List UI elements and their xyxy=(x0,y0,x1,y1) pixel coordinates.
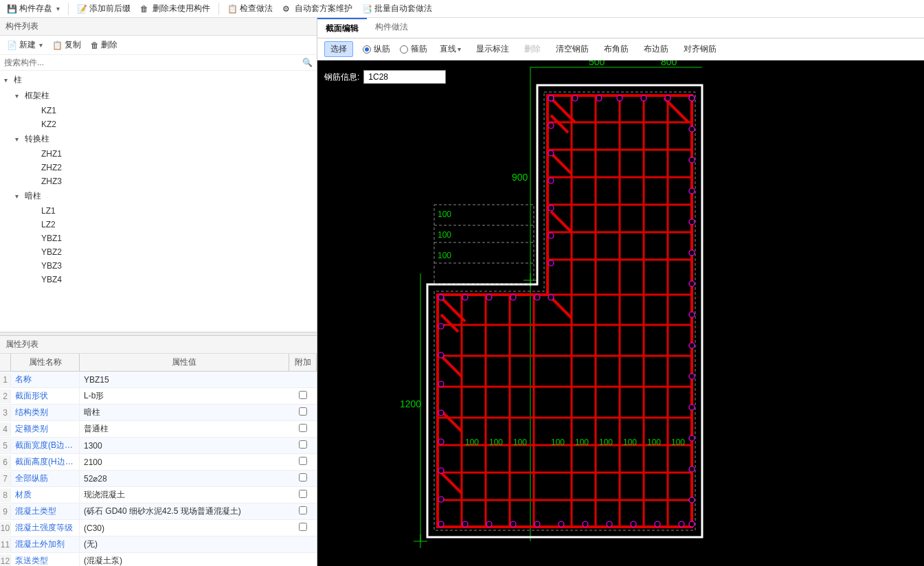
prop-row-4[interactable]: 4定额类别普通柱 xyxy=(0,421,317,438)
show-dim-button[interactable]: 显示标注 xyxy=(473,42,512,56)
prop-check[interactable] xyxy=(299,506,307,514)
svg-point-108 xyxy=(548,205,554,211)
svg-point-78 xyxy=(438,521,444,527)
prop-row-10[interactable]: 10混凝土强度等级(C30) xyxy=(0,520,317,536)
save-button[interactable]: 💾构件存盘▾ xyxy=(3,1,64,16)
search-input[interactable] xyxy=(0,55,317,70)
prop-check[interactable] xyxy=(299,424,307,432)
tree-node-柱[interactable]: ▾柱 xyxy=(0,72,317,88)
svg-point-84 xyxy=(583,521,588,527)
section-svg: 500 800 900 1200 xyxy=(317,60,924,566)
tree-node-YBZ1[interactable]: YBZ1 xyxy=(0,231,317,245)
edge-bar-button[interactable]: 布边筋 xyxy=(641,42,671,56)
svg-point-59 xyxy=(596,95,602,101)
prop-check[interactable] xyxy=(299,490,307,498)
prop-row-9[interactable]: 9混凝土类型(砾石 GD40 细砂水泥42.5 现场普通混凝土) xyxy=(0,503,317,520)
svg-point-76 xyxy=(689,466,695,472)
component-mini-toolbar: 📄新建▾ 📋复制 🗑删除 xyxy=(0,36,317,55)
auto-maint-button[interactable]: ⚙自动套方案维护 xyxy=(278,1,357,16)
prop-check[interactable] xyxy=(299,440,307,449)
left-panel: 构件列表 📄新建▾ 📋复制 🗑删除 🔍 ▾柱▾框架柱KZ1KZ2▾转换柱ZHZ1… xyxy=(0,18,317,566)
radio-vbar[interactable]: 纵筋 xyxy=(363,43,390,55)
svg-point-68 xyxy=(689,219,695,225)
svg-point-98 xyxy=(438,295,444,300)
svg-text:100: 100 xyxy=(623,438,637,447)
tree-node-暗柱[interactable]: ▾暗柱 xyxy=(0,188,317,204)
prop-check[interactable] xyxy=(299,473,307,482)
copy-icon: 📋 xyxy=(52,41,63,50)
tree-node-ZHZ3[interactable]: ZHZ3 xyxy=(0,174,317,188)
delete-rebar-button[interactable]: 删除 xyxy=(521,42,543,56)
property-header: 属性名称 属性值 附加 xyxy=(0,354,317,372)
svg-point-92 xyxy=(438,352,444,358)
prop-row-2[interactable]: 2截面形状L-b形 xyxy=(0,388,317,405)
svg-point-67 xyxy=(689,188,695,194)
tree-node-YBZ3[interactable]: YBZ3 xyxy=(0,259,317,273)
top-toolbar: 💾构件存盘▾ 📝添加前后缀 🗑删除未使用构件 📋检查做法 ⚙自动套方案维护 📑批… xyxy=(0,0,924,18)
svg-point-80 xyxy=(486,521,492,527)
tree-node-转换柱[interactable]: ▾转换柱 xyxy=(0,131,317,147)
radio-hbar[interactable]: 箍筋 xyxy=(400,43,427,55)
prop-row-12[interactable]: 12泵送类型(混凝土泵) xyxy=(0,553,317,566)
save-icon: 💾 xyxy=(7,4,16,14)
svg-point-77 xyxy=(689,497,695,503)
tree-node-KZ2[interactable]: KZ2 xyxy=(0,117,317,131)
prop-check[interactable] xyxy=(299,457,307,465)
editor-tabs: 截面编辑 构件做法 xyxy=(317,18,924,38)
svg-point-106 xyxy=(548,150,554,156)
svg-point-64 xyxy=(689,95,695,101)
batch-auto-button[interactable]: 📑批量自动套做法 xyxy=(358,1,436,16)
rebar-info-input[interactable] xyxy=(363,70,446,84)
line-tool[interactable]: 直线▾ xyxy=(437,42,464,56)
tree-node-ZHZ2[interactable]: ZHZ2 xyxy=(0,161,317,174)
del-unused-button[interactable]: 🗑删除未使用构件 xyxy=(136,1,214,16)
svg-point-62 xyxy=(665,95,671,101)
prop-row-8[interactable]: 8材质现浇混凝土 xyxy=(0,487,317,503)
prop-check[interactable] xyxy=(299,391,307,399)
tree-node-框架柱[interactable]: ▾框架柱 xyxy=(0,88,317,104)
check-button[interactable]: 📋检查做法 xyxy=(223,1,277,16)
svg-point-70 xyxy=(689,281,695,286)
property-title: 属性列表 xyxy=(0,336,317,354)
tab-method[interactable]: 构件做法 xyxy=(367,18,416,38)
prop-check[interactable] xyxy=(299,523,307,531)
tree-node-LZ2[interactable]: LZ2 xyxy=(0,218,317,231)
select-tool[interactable]: 选择 xyxy=(324,41,353,57)
tree-node-YBZ2[interactable]: YBZ2 xyxy=(0,245,317,259)
delete-button[interactable]: 🗑删除 xyxy=(88,38,120,52)
svg-point-65 xyxy=(689,126,695,132)
prop-row-1[interactable]: 1名称YBZ15 xyxy=(0,372,317,388)
component-list-title: 构件列表 xyxy=(0,18,317,36)
tree-node-YBZ4[interactable]: YBZ4 xyxy=(0,273,317,286)
svg-text:100: 100 xyxy=(647,438,661,447)
tab-section[interactable]: 截面编辑 xyxy=(317,18,367,38)
svg-point-93 xyxy=(438,381,444,387)
clear-rebar-button[interactable]: 清空钢筋 xyxy=(553,42,591,56)
svg-text:100: 100 xyxy=(575,438,589,447)
prop-row-3[interactable]: 3结构类别暗柱 xyxy=(0,405,317,421)
canvas-area[interactable]: 钢筋信息: 500 800 900 1200 xyxy=(317,60,924,566)
svg-point-88 xyxy=(679,521,684,527)
svg-text:100: 100 xyxy=(551,438,565,447)
property-body[interactable]: 1名称YBZ152截面形状L-b形3结构类别暗柱4定额类别普通柱5截面宽度(B边… xyxy=(0,372,317,566)
tree-node-LZ1[interactable]: LZ1 xyxy=(0,204,317,218)
prop-row-7[interactable]: 7全部纵筋52⌀28 xyxy=(0,471,317,487)
svg-point-66 xyxy=(689,157,695,163)
add-prefix-button[interactable]: 📝添加前后缀 xyxy=(73,1,135,16)
svg-point-61 xyxy=(641,95,646,101)
copy-button[interactable]: 📋复制 xyxy=(49,38,84,52)
prop-row-5[interactable]: 5截面宽度(B边)(...1300 xyxy=(0,438,317,454)
new-button[interactable]: 📄新建▾ xyxy=(4,38,45,52)
tree-node-KZ1[interactable]: KZ1 xyxy=(0,104,317,117)
tree-node-ZHZ1[interactable]: ZHZ1 xyxy=(0,147,317,161)
search-icon[interactable]: 🔍 xyxy=(302,58,313,67)
prop-row-6[interactable]: 6截面高度(H边)(...2100 xyxy=(0,454,317,471)
svg-text:100: 100 xyxy=(599,438,613,447)
prop-check[interactable] xyxy=(299,407,307,416)
corner-bar-button[interactable]: 布角筋 xyxy=(601,42,631,56)
svg-text:100: 100 xyxy=(438,230,451,240)
component-tree[interactable]: ▾柱▾框架柱KZ1KZ2▾转换柱ZHZ1ZHZ2ZHZ3▾暗柱LZ1LZ2YBZ… xyxy=(0,71,317,332)
search-row: 🔍 xyxy=(0,55,317,71)
prop-row-11[interactable]: 11混凝土外加剂(无) xyxy=(0,536,317,553)
align-bar-button[interactable]: 对齐钢筋 xyxy=(681,42,719,56)
